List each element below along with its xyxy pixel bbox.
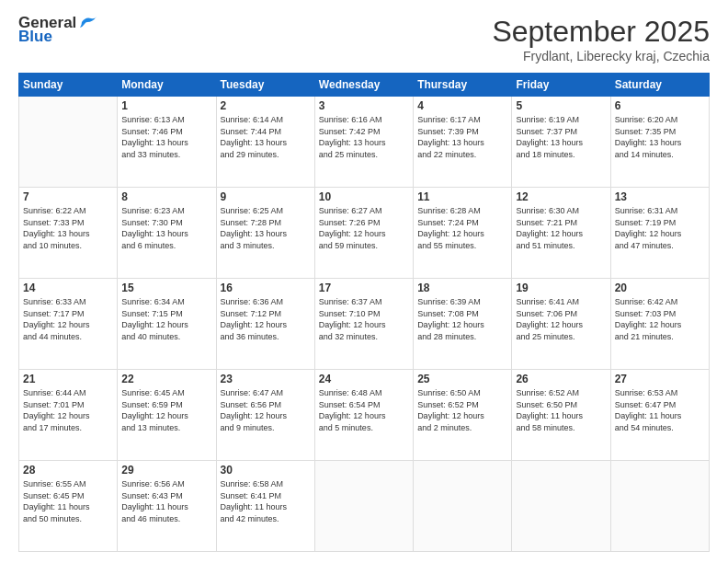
day-number: 18 — [417, 282, 507, 294]
week-row-0: 1Sunrise: 6:13 AMSunset: 7:46 PMDaylight… — [19, 97, 710, 188]
cell-text: Sunset: 6:45 PM — [23, 490, 113, 502]
cell-text: Sunrise: 6:42 AM — [615, 296, 705, 308]
cell-text: Sunset: 6:47 PM — [615, 399, 705, 411]
cell-text: and 42 minutes. — [221, 513, 311, 525]
day-number: 2 — [221, 99, 311, 112]
day-number: 15 — [121, 282, 211, 294]
cell-text: Daylight: 11 hours — [516, 410, 606, 422]
calendar-cell: 20Sunrise: 6:42 AMSunset: 7:03 PMDayligh… — [610, 279, 709, 370]
day-number: 25 — [417, 373, 507, 385]
calendar-cell: 2Sunrise: 6:14 AMSunset: 7:44 PMDaylight… — [216, 97, 314, 188]
calendar-cell: 14Sunrise: 6:33 AMSunset: 7:17 PMDayligh… — [19, 279, 118, 370]
cell-text: Daylight: 12 hours — [23, 410, 113, 422]
weekday-header-tuesday: Tuesday — [216, 74, 314, 97]
cell-text: and 2 minutes. — [417, 422, 507, 434]
cell-text: and 40 minutes. — [121, 331, 211, 343]
cell-text: and 17 minutes. — [23, 422, 113, 434]
cell-text: Sunset: 6:52 PM — [417, 399, 507, 411]
calendar-cell: 18Sunrise: 6:39 AMSunset: 7:08 PMDayligh… — [414, 279, 512, 370]
logo-bird-icon — [78, 15, 98, 29]
cell-text: and 25 minutes. — [319, 149, 409, 161]
cell-text: Sunset: 7:10 PM — [319, 308, 409, 320]
calendar-cell: 23Sunrise: 6:47 AMSunset: 6:56 PMDayligh… — [216, 370, 314, 461]
day-number: 5 — [516, 99, 606, 112]
cell-text: Daylight: 12 hours — [319, 410, 409, 422]
cell-text: Sunrise: 6:41 AM — [516, 296, 606, 308]
calendar-cell: 1Sunrise: 6:13 AMSunset: 7:46 PMDaylight… — [118, 97, 216, 188]
cell-text: Sunset: 6:59 PM — [121, 399, 211, 411]
cell-text: and 47 minutes. — [615, 240, 705, 252]
page: General Blue September 2025 Frydlant, Li… — [0, 0, 728, 563]
calendar-cell: 16Sunrise: 6:36 AMSunset: 7:12 PMDayligh… — [216, 279, 314, 370]
cell-text: Sunrise: 6:47 AM — [221, 387, 311, 399]
calendar-cell: 8Sunrise: 6:23 AMSunset: 7:30 PMDaylight… — [118, 188, 216, 279]
cell-text: Sunrise: 6:33 AM — [23, 296, 113, 308]
cell-text: Daylight: 12 hours — [417, 228, 507, 240]
cell-text: Sunset: 7:08 PM — [417, 308, 507, 320]
day-number: 27 — [615, 373, 705, 385]
cell-text: Daylight: 11 hours — [121, 501, 211, 513]
cell-text: and 36 minutes. — [221, 331, 311, 343]
cell-text: Sunrise: 6:23 AM — [121, 205, 211, 217]
calendar-cell — [512, 461, 610, 552]
cell-text: and 32 minutes. — [319, 331, 409, 343]
calendar-cell — [19, 97, 118, 188]
weekday-header-thursday: Thursday — [414, 74, 512, 97]
cell-text: Sunrise: 6:13 AM — [121, 114, 211, 126]
cell-text: Sunset: 7:03 PM — [615, 308, 705, 320]
cell-text: Sunset: 6:54 PM — [319, 399, 409, 411]
calendar-cell: 30Sunrise: 6:58 AMSunset: 6:41 PMDayligh… — [216, 461, 314, 552]
day-number: 20 — [615, 282, 705, 294]
week-row-3: 21Sunrise: 6:44 AMSunset: 7:01 PMDayligh… — [19, 370, 710, 461]
cell-text: Sunset: 7:15 PM — [121, 308, 211, 320]
title-area: September 2025 Frydlant, Liberecky kraj,… — [492, 15, 710, 63]
cell-text: Sunset: 7:12 PM — [221, 308, 311, 320]
cell-text: Sunset: 7:28 PM — [221, 217, 311, 229]
cell-text: Sunrise: 6:16 AM — [319, 114, 409, 126]
logo-blue: Blue — [18, 29, 52, 46]
day-number: 7 — [23, 190, 113, 203]
weekday-header-friday: Friday — [512, 74, 610, 97]
cell-text: Daylight: 13 hours — [417, 137, 507, 149]
cell-text: and 54 minutes. — [615, 422, 705, 434]
cell-text: Sunrise: 6:19 AM — [516, 114, 606, 126]
day-number: 28 — [23, 464, 113, 477]
day-number: 26 — [516, 373, 606, 385]
cell-text: Daylight: 11 hours — [615, 410, 705, 422]
day-number: 19 — [516, 282, 606, 294]
cell-text: Daylight: 12 hours — [417, 319, 507, 331]
weekday-header-row: SundayMondayTuesdayWednesdayThursdayFrid… — [19, 74, 710, 97]
cell-text: Sunrise: 6:17 AM — [417, 114, 507, 126]
cell-text: Sunrise: 6:48 AM — [319, 387, 409, 399]
cell-text: Sunrise: 6:14 AM — [221, 114, 311, 126]
cell-text: Sunset: 6:50 PM — [516, 399, 606, 411]
cell-text: Daylight: 12 hours — [615, 319, 705, 331]
cell-text: Sunrise: 6:22 AM — [23, 205, 113, 217]
day-number: 21 — [23, 373, 113, 385]
cell-text: Sunrise: 6:25 AM — [221, 205, 311, 217]
cell-text: Sunrise: 6:31 AM — [615, 205, 705, 217]
cell-text: Daylight: 12 hours — [221, 410, 311, 422]
calendar-cell: 26Sunrise: 6:52 AMSunset: 6:50 PMDayligh… — [512, 370, 610, 461]
cell-text: and 28 minutes. — [417, 331, 507, 343]
calendar-cell — [610, 461, 709, 552]
calendar-cell: 28Sunrise: 6:55 AMSunset: 6:45 PMDayligh… — [19, 461, 118, 552]
weekday-header-sunday: Sunday — [19, 74, 118, 97]
cell-text: Sunset: 7:30 PM — [121, 217, 211, 229]
cell-text: and 13 minutes. — [121, 422, 211, 434]
cell-text: Daylight: 13 hours — [23, 228, 113, 240]
cell-text: Sunset: 7:17 PM — [23, 308, 113, 320]
cell-text: Sunrise: 6:52 AM — [516, 387, 606, 399]
day-number: 16 — [221, 282, 311, 294]
cell-text: and 5 minutes. — [319, 422, 409, 434]
cell-text: Sunrise: 6:37 AM — [319, 296, 409, 308]
cell-text: and 29 minutes. — [221, 149, 311, 161]
calendar-cell — [414, 461, 512, 552]
cell-text: and 6 minutes. — [121, 240, 211, 252]
header: General Blue September 2025 Frydlant, Li… — [18, 15, 710, 63]
cell-text: Sunrise: 6:50 AM — [417, 387, 507, 399]
cell-text: Sunset: 7:37 PM — [516, 126, 606, 138]
cell-text: Daylight: 13 hours — [615, 137, 705, 149]
day-number: 30 — [221, 464, 311, 477]
cell-text: Daylight: 12 hours — [221, 319, 311, 331]
